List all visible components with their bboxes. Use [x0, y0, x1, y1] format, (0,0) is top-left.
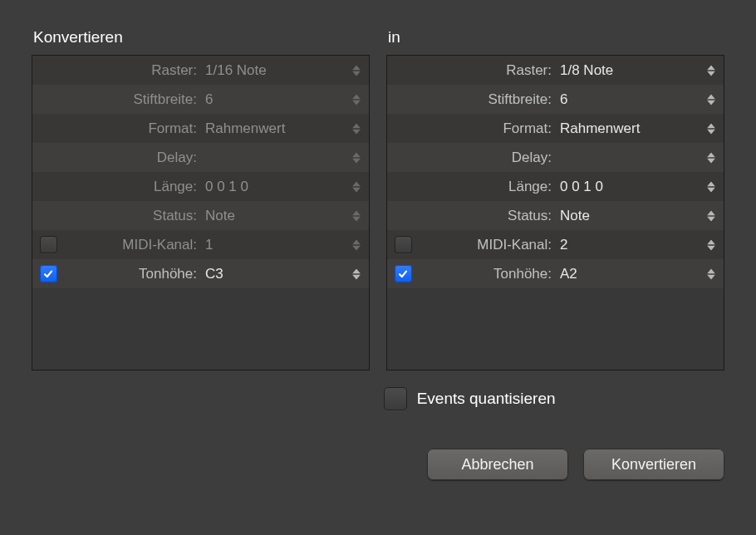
stepper-arrows-icon[interactable] — [705, 181, 717, 192]
param-row[interactable]: Länge:0 0 1 0 — [387, 172, 724, 201]
stepper-arrows-icon[interactable] — [351, 181, 362, 192]
param-label: Raster: — [64, 62, 200, 79]
param-row[interactable]: Status:Note — [387, 201, 724, 230]
stepper-arrows-icon[interactable] — [705, 210, 717, 221]
param-row[interactable]: Tonhöhe:A2 — [387, 259, 724, 288]
param-row[interactable]: MIDI-Kanal:2 — [387, 230, 724, 259]
param-value[interactable]: 1/16 Note — [200, 62, 346, 79]
param-label: Tonhöhe: — [64, 266, 200, 282]
param-label: Format: — [64, 120, 200, 137]
param-row[interactable]: Stiftbreite:6 — [32, 85, 369, 114]
row-checkbox[interactable] — [40, 236, 57, 253]
param-value[interactable]: Note — [200, 208, 346, 224]
stepper-arrows-icon[interactable] — [351, 123, 362, 134]
param-value[interactable]: 6 — [555, 91, 700, 108]
stepper-arrows-icon[interactable] — [351, 152, 362, 163]
stepper-arrows-icon[interactable] — [705, 268, 717, 279]
to-parameters: Raster:1/8 NoteStiftbreite:6Format:Rahme… — [386, 55, 724, 371]
param-row[interactable]: Delay: — [32, 143, 369, 172]
quantize-events-label: Events quantisieren — [417, 390, 556, 408]
param-row[interactable]: Status:Note — [32, 201, 369, 230]
param-value[interactable]: Rahmenwert — [555, 120, 700, 137]
param-label: Stiftbreite: — [419, 91, 555, 108]
convert-button[interactable]: Konvertieren — [583, 449, 724, 480]
row-checkbox[interactable] — [395, 236, 412, 253]
stepper-arrows-icon[interactable] — [705, 123, 717, 134]
param-row[interactable]: Stiftbreite:6 — [387, 85, 724, 114]
param-value[interactable]: 0 0 1 0 — [555, 179, 700, 195]
param-value[interactable]: 1/8 Note — [555, 62, 700, 79]
stepper-arrows-icon[interactable] — [351, 268, 362, 279]
param-value[interactable]: 6 — [200, 91, 346, 108]
param-row[interactable]: Delay: — [387, 143, 724, 172]
param-value[interactable]: A2 — [555, 266, 700, 282]
cancel-button[interactable]: Abbrechen — [427, 449, 568, 480]
param-value[interactable]: Note — [555, 208, 700, 224]
from-parameters: Raster:1/16 NoteStiftbreite:6Format:Rahm… — [32, 55, 370, 371]
panel-title-from: Konvertieren — [32, 28, 370, 47]
param-row[interactable]: Raster:1/16 Note — [32, 56, 369, 85]
stepper-arrows-icon[interactable] — [705, 239, 717, 250]
row-checkbox[interactable] — [395, 265, 412, 282]
param-row[interactable]: MIDI-Kanal:1 — [32, 230, 369, 259]
param-value[interactable]: Rahmenwert — [200, 120, 346, 137]
param-label: Format: — [419, 120, 555, 137]
param-label: Delay: — [419, 150, 555, 166]
stepper-arrows-icon[interactable] — [351, 94, 362, 105]
param-label: MIDI-Kanal: — [419, 237, 555, 253]
param-value[interactable]: C3 — [200, 266, 346, 282]
param-row[interactable]: Format:Rahmenwert — [387, 114, 724, 143]
stepper-arrows-icon[interactable] — [705, 152, 717, 163]
param-label: Raster: — [419, 62, 555, 79]
param-value[interactable]: 2 — [555, 237, 700, 253]
param-label: Stiftbreite: — [64, 91, 200, 108]
param-label: MIDI-Kanal: — [64, 237, 200, 253]
param-label: Tonhöhe: — [419, 266, 555, 282]
panel-title-to: in — [386, 28, 724, 47]
param-label: Delay: — [64, 150, 200, 166]
param-row[interactable]: Format:Rahmenwert — [32, 114, 369, 143]
stepper-arrows-icon[interactable] — [705, 94, 717, 105]
param-label: Länge: — [419, 179, 555, 195]
param-label: Status: — [64, 208, 200, 224]
convert-to-panel: in Raster:1/8 NoteStiftbreite:6Format:Ra… — [386, 28, 724, 371]
stepper-arrows-icon[interactable] — [351, 210, 362, 221]
param-row[interactable]: Tonhöhe:C3 — [32, 259, 369, 288]
param-value[interactable]: 1 — [200, 237, 346, 253]
param-row[interactable]: Länge:0 0 1 0 — [32, 172, 369, 201]
param-label: Status: — [419, 208, 555, 224]
param-value[interactable]: 0 0 1 0 — [200, 179, 346, 195]
convert-from-panel: Konvertieren Raster:1/16 NoteStiftbreite… — [32, 28, 370, 371]
stepper-arrows-icon[interactable] — [351, 239, 362, 250]
row-checkbox[interactable] — [40, 265, 57, 282]
param-row[interactable]: Raster:1/8 Note — [387, 56, 724, 85]
stepper-arrows-icon[interactable] — [351, 65, 362, 76]
param-label: Länge: — [64, 179, 200, 195]
quantize-events-checkbox[interactable] — [384, 387, 407, 410]
stepper-arrows-icon[interactable] — [705, 65, 717, 76]
